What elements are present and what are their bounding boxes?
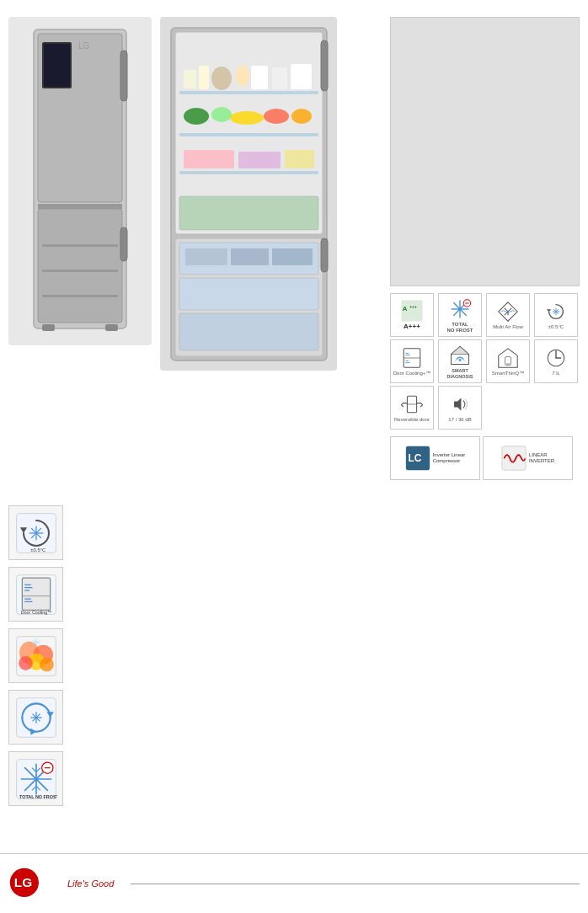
inverter-compressor-icon[interactable]: LC Inverter LinearCompressor xyxy=(390,436,480,480)
svg-rect-32 xyxy=(184,150,234,168)
svg-rect-18 xyxy=(179,171,318,174)
svg-text:TOTAL NO FROST: TOTAL NO FROST xyxy=(19,794,57,799)
right-panel: A +++ A+++ TOTALNO FROST xyxy=(390,17,580,480)
airflow-label: Multi Air Flow xyxy=(493,324,523,330)
thumbnail-row-linear-cooling xyxy=(8,628,580,683)
inverter-label: Inverter LinearCompressor xyxy=(433,452,466,464)
svg-rect-12 xyxy=(42,270,118,272)
lg-logo: LG xyxy=(8,867,59,900)
reversible-door-label: Reversible door xyxy=(394,417,430,423)
svg-text:A: A xyxy=(403,305,408,312)
thumbnails-section: ±0.5°C Door Cooling™ xyxy=(0,489,588,814)
svg-point-30 xyxy=(264,109,289,124)
fridge-open-image[interactable] xyxy=(160,17,337,371)
svg-rect-40 xyxy=(231,248,269,265)
no-frost-label: TOTALNO FROST xyxy=(447,322,473,333)
footer-divider xyxy=(131,884,580,884)
svg-rect-13 xyxy=(42,295,118,297)
svg-point-23 xyxy=(236,66,249,86)
product-detail-image xyxy=(390,17,580,286)
feature-icons-grid: A +++ A+++ TOTALNO FROST xyxy=(390,293,580,430)
svg-point-22 xyxy=(211,67,232,90)
svg-rect-2 xyxy=(38,209,122,323)
svg-point-31 xyxy=(291,109,312,124)
svg-point-29 xyxy=(230,111,264,125)
svg-marker-59 xyxy=(547,309,552,312)
main-content: LG xyxy=(0,0,588,489)
svg-rect-24 xyxy=(251,66,268,89)
svg-point-51 xyxy=(458,307,462,311)
total-no-frost-thumbnail[interactable]: TOTAL NO FROST xyxy=(8,751,63,806)
noise-level-icon[interactable]: 17 / 36 dB xyxy=(438,386,482,430)
capacity-label: 7 lL xyxy=(552,371,560,376)
smart-thinq-icon[interactable]: SmartThinQ™ xyxy=(486,339,530,383)
svg-point-68 xyxy=(459,360,462,362)
door-cooling-label: Door Cooling+™ xyxy=(393,371,431,376)
svg-rect-20 xyxy=(184,70,196,88)
product-images: LG xyxy=(8,17,382,480)
svg-point-96 xyxy=(19,656,33,670)
temp-thumbnail[interactable]: ±0.5°C xyxy=(8,505,63,560)
svg-rect-6 xyxy=(44,44,70,87)
svg-rect-10 xyxy=(105,324,118,331)
temp-control-icon[interactable]: ±0.5°C xyxy=(534,293,578,337)
svg-marker-69 xyxy=(499,349,517,367)
door-cooling-thumbnail[interactable]: Door Cooling™ xyxy=(8,567,63,622)
svg-text:±0.5°C: ±0.5°C xyxy=(30,547,45,552)
reversible-door-icon[interactable]: Reversible door xyxy=(390,386,434,430)
svg-rect-89 xyxy=(22,578,50,610)
smart-diagnosis-label: SMARTDIAGNOSIS xyxy=(447,368,473,378)
temp-label: ±0.5°C xyxy=(548,324,564,330)
thumbnail-row-total-no-frost: TOTAL NO FROST xyxy=(8,751,580,806)
thumbnail-row-door-cooling: Door Cooling™ xyxy=(8,567,580,622)
energy-label: A+++ xyxy=(404,323,420,331)
svg-rect-42 xyxy=(321,40,328,91)
svg-rect-17 xyxy=(179,133,318,136)
svg-marker-67 xyxy=(452,347,469,355)
svg-text:LC: LC xyxy=(408,452,421,464)
svg-rect-9 xyxy=(42,324,55,331)
svg-rect-4 xyxy=(120,227,127,261)
svg-rect-26 xyxy=(291,64,312,89)
svg-rect-19 xyxy=(179,196,318,230)
svg-rect-43 xyxy=(321,238,328,272)
multi-airflow-icon[interactable]: Multi Air Flow xyxy=(486,293,530,337)
energy-rating-icon[interactable]: A +++ A+++ xyxy=(390,293,434,337)
smart-thinq-label: SmartThinQ™ xyxy=(492,371,524,376)
thumbnail-row-fresh-air xyxy=(8,690,580,745)
smart-diagnosis-icon[interactable]: SMARTDIAGNOSIS xyxy=(438,339,482,383)
linear-inverter-icon[interactable]: LINEARINVERTER xyxy=(483,436,573,480)
door-cooling-icon[interactable]: Door Cooling+™ xyxy=(390,339,434,383)
svg-rect-25 xyxy=(272,67,287,89)
lg-tagline: Life's Good xyxy=(67,878,114,889)
svg-rect-11 xyxy=(42,244,118,247)
svg-rect-33 xyxy=(238,152,281,168)
svg-text:LG: LG xyxy=(78,41,90,51)
linear-inverter-label: LINEARINVERTER xyxy=(529,452,554,464)
thumbnail-row-temp: ±0.5°C xyxy=(8,505,580,560)
inverter-icons-row: LC Inverter LinearCompressor LINEARINVER… xyxy=(390,436,580,480)
svg-marker-77 xyxy=(454,398,461,411)
svg-point-27 xyxy=(184,108,209,125)
svg-rect-21 xyxy=(199,66,209,89)
svg-text:LG: LG xyxy=(14,875,32,889)
noise-label: 17 / 36 dB xyxy=(448,417,471,423)
svg-rect-16 xyxy=(179,91,318,94)
svg-rect-39 xyxy=(185,248,227,265)
svg-rect-8 xyxy=(38,204,122,209)
linear-cooling-thumbnail[interactable] xyxy=(8,628,63,683)
capacity-icon[interactable]: 7 lL xyxy=(534,339,578,383)
total-no-frost-icon[interactable]: TOTALNO FROST xyxy=(438,293,482,337)
svg-point-28 xyxy=(211,107,232,122)
svg-rect-38 xyxy=(179,313,318,350)
fridge-closed-image[interactable]: LG xyxy=(8,17,152,345)
svg-text:Door Cooling™: Door Cooling™ xyxy=(20,610,51,615)
svg-rect-34 xyxy=(285,150,314,168)
svg-rect-80 xyxy=(502,446,526,470)
fresh-air-thumbnail[interactable] xyxy=(8,690,63,745)
svg-rect-37 xyxy=(179,278,318,310)
svg-rect-3 xyxy=(120,51,127,101)
svg-point-97 xyxy=(40,657,54,671)
svg-rect-41 xyxy=(272,248,313,265)
svg-text:+++: +++ xyxy=(409,305,417,309)
